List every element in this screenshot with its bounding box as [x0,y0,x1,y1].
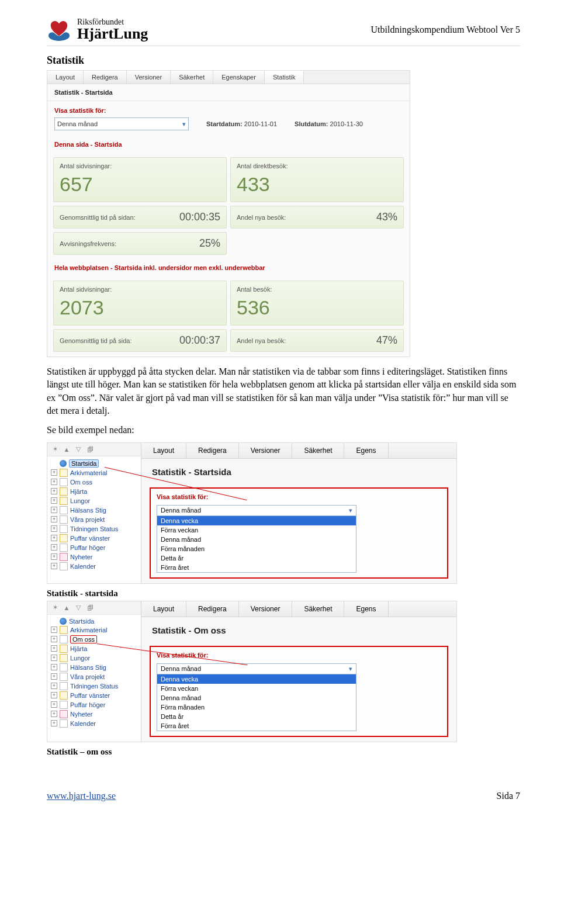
divider [47,46,520,46]
dropdown-option[interactable]: Denna vecka [157,516,356,525]
stat-direktbesok: Antal direktbesök: 433 [230,157,404,202]
chevron-down-icon: ▾ [182,120,186,128]
tab-versioner[interactable]: Versioner [239,443,293,458]
tree-item[interactable]: +Puffar höger [50,543,138,552]
filter-dropdown[interactable]: Denna månad ▾ Denna veckaFörra veckanDen… [157,505,356,573]
dropdown-option[interactable]: Förra året [157,563,356,572]
head3: Statistik - Om oss [141,617,456,643]
redbox-filter: Visa statistik för: Denna månad ▾ Denna … [150,487,448,579]
dropdown-option[interactable]: Förra året [157,721,356,731]
dropdown-option[interactable]: Denna vecka [157,674,356,684]
redbox-filter: Visa statistik för: Denna månad ▾ Denna … [150,646,448,737]
stat2-sidvisningar: Antal sidvisningar: 2073 [53,281,227,326]
filter-select[interactable]: Denna månad ▾ [54,117,189,130]
tab-säkerhet[interactable]: Säkerhet [171,71,213,84]
stat-avvisning: Avvisningsfrekvens: 25% [53,232,227,255]
tree-item[interactable]: +Hälsans Stig [50,663,138,672]
tab-redigera[interactable]: Redigera [186,601,239,617]
tab-versioner[interactable]: Versioner [239,601,293,617]
logo: Riksförbundet HjärtLung [47,18,148,42]
tree-item[interactable]: +Arkivmaterial [50,625,138,635]
stat2-tid: Genomsnittlig tid på sida: 00:00:37 [53,329,227,352]
tree-item[interactable]: +Våra projekt [50,672,138,681]
stat-tid: Genomsnittlig tid på sidan: 00:00:35 [53,206,227,229]
dropdown-option[interactable]: Detta år [157,553,356,563]
logo-bot: HjärtLung [77,26,148,41]
tree-item[interactable]: +Arkivmaterial [50,468,138,477]
dropdown-option[interactable]: Förra veckan [157,525,356,535]
copy-icon[interactable]: 🗐 [86,445,94,454]
tree-item[interactable]: +Nyheter [50,552,138,562]
down-icon[interactable]: ▽ [74,604,82,612]
up-icon[interactable]: ▲ [63,604,71,612]
tab-layout[interactable]: Layout [141,601,186,617]
filter-label: Visa statistik för: [54,107,403,114]
paragraph-seebild: Se bild exempel nedan: [47,424,520,437]
tree-tools: ✶ ▲ ▽ 🗐 [47,443,141,456]
panel-subhead: Statistik - Startsida [47,84,410,101]
stat2-besok: Antal besök: 536 [230,281,404,326]
stat2-nyabesok: Andel nya besök: 47% [230,329,404,352]
tree-item[interactable]: +Kalender [50,719,138,728]
dropdown-option[interactable]: Detta år [157,712,356,721]
footer-url[interactable]: www.hjart-lung.se [47,791,116,801]
fig-omoss-example: ✶ ▲ ▽ 🗐 Startsida+Arkivmaterial+Om oss+H… [47,601,457,742]
tree-item[interactable]: +Hälsans Stig [50,506,138,515]
logo-icon [47,18,71,42]
filter-value: Denna månad [57,120,98,127]
tree-item[interactable]: +Hjärta [50,487,138,496]
dropdown-option[interactable]: Denna månad [157,693,356,702]
tree-tools: ✶ ▲ ▽ 🗐 [47,601,141,615]
caption-startsida: Statistik - startsida [47,589,520,598]
section2-head: Hela webbplatsen - Startsida inkl. under… [47,259,410,276]
stat-nyabesok: Andel nya besök: 43% [230,206,404,229]
tab-egens[interactable]: Egens [344,443,388,458]
tree-item[interactable]: +Puffar höger [50,700,138,710]
tab-statistik[interactable]: Statistik [265,71,304,84]
tree-item[interactable]: +Kalender [50,562,138,571]
tree-item[interactable]: +Puffar vänster [50,534,138,543]
up-icon[interactable]: ▲ [63,445,71,454]
stat-sidvisningar: Antal sidvisningar: 657 [53,157,227,202]
tab-egenskaper[interactable]: Egenskaper [213,71,265,84]
tree-item[interactable]: +Våra projekt [50,515,138,524]
tab-redigera[interactable]: Redigera [186,443,239,458]
tree-item[interactable]: Startsida [50,459,138,468]
tab-layout[interactable]: Layout [47,71,84,84]
paragraph-explain: Statistiken är uppbyggd på åtta stycken … [47,365,520,418]
tree-item[interactable]: +Hjärta [50,644,138,653]
fig-statistik-main: LayoutRedigeraVersionerSäkerhetEgenskape… [47,70,410,357]
dropdown-option[interactable]: Förra månaden [157,544,356,553]
doc-header: Utbildningskompendium Webtool Ver 5 [371,25,520,35]
caption-omoss: Statistik – om oss [47,747,520,757]
tree-item[interactable]: Startsida [50,617,138,625]
fig-startsida-example: ✶ ▲ ▽ 🗐 Startsida+Arkivmaterial+Om oss+H… [47,442,457,584]
tree-item[interactable]: +Nyheter [50,710,138,719]
tab-säkerhet[interactable]: Säkerhet [292,601,344,617]
chevron-down-icon: ▾ [349,665,352,673]
copy-icon[interactable]: 🗐 [86,604,94,612]
tree-item[interactable]: +Om oss [50,477,138,487]
new-icon[interactable]: ✶ [51,604,59,612]
tree-item[interactable]: +Puffar vänster [50,691,138,700]
dropdown-option[interactable]: Denna månad [157,535,356,544]
tab-egens[interactable]: Egens [344,601,388,617]
tree-item[interactable]: +Om oss [50,635,138,644]
heading-statistik: Statistik [47,54,520,67]
tree-item[interactable]: +Lungor [50,496,138,506]
tree-item[interactable]: +Tidningen Status [50,524,138,534]
dropdown-option[interactable]: Förra veckan [157,684,356,693]
footer-page: Sida 7 [497,791,520,801]
tree-item[interactable]: +Tidningen Status [50,681,138,691]
head2: Statistik - Startsida [141,459,456,485]
tree-item[interactable]: +Lungor [50,653,138,663]
down-icon[interactable]: ▽ [74,445,82,454]
tab-versioner[interactable]: Versioner [127,71,171,84]
tab-säkerhet[interactable]: Säkerhet [292,443,344,458]
dropdown-option[interactable]: Förra månaden [157,702,356,712]
chevron-down-icon: ▾ [349,507,352,514]
new-icon[interactable]: ✶ [51,445,59,454]
filter-dropdown[interactable]: Denna månad ▾ Denna veckaFörra veckanDen… [157,663,356,731]
tab-redigera[interactable]: Redigera [84,71,127,84]
tab-layout[interactable]: Layout [141,443,186,458]
